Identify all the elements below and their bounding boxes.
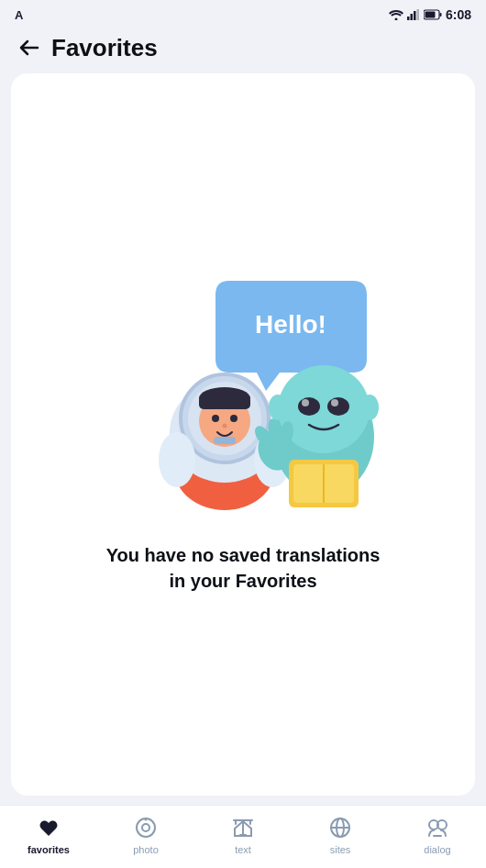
svg-rect-2 [410, 14, 413, 20]
svg-point-40 [145, 818, 148, 821]
svg-point-18 [223, 423, 227, 428]
svg-point-30 [360, 395, 379, 420]
back-arrow-icon [19, 39, 39, 56]
svg-point-17 [230, 415, 237, 422]
svg-rect-4 [416, 9, 419, 20]
dialog-icon [425, 815, 450, 840]
back-button[interactable] [15, 33, 44, 62]
nav-label-photo: photo [133, 844, 159, 855]
svg-point-0 [394, 18, 397, 21]
empty-state-message: You have no saved translations in your F… [96, 542, 390, 594]
svg-rect-19 [214, 437, 236, 444]
page-title: Favorites [51, 34, 158, 62]
battery-icon [424, 9, 442, 20]
status-time: 6:08 [446, 7, 471, 22]
nav-label-favorites: favorites [28, 844, 70, 855]
svg-point-28 [331, 399, 338, 406]
favorites-icon [36, 815, 61, 840]
svg-point-25 [298, 397, 320, 416]
svg-point-27 [302, 399, 309, 406]
svg-rect-15 [199, 395, 250, 409]
svg-rect-3 [414, 11, 416, 20]
status-right-icons: 6:08 [389, 7, 471, 22]
signal-icon [407, 9, 420, 20]
nav-label-dialog: dialog [424, 844, 450, 855]
main-content: Hello! [11, 73, 475, 796]
svg-point-39 [142, 824, 149, 831]
nav-item-favorites[interactable]: favorites [0, 815, 97, 855]
svg-point-26 [327, 397, 349, 416]
photo-icon [133, 815, 159, 840]
empty-state-illustration: Hello! [96, 276, 390, 515]
svg-rect-1 [407, 17, 410, 20]
nav-item-dialog[interactable]: dialog [389, 815, 486, 855]
nav-item-text[interactable]: text [194, 815, 292, 855]
svg-rect-6 [425, 12, 435, 18]
sites-icon [327, 815, 353, 840]
status-bar: A 6:08 [0, 0, 486, 26]
nav-label-text: text [235, 844, 251, 855]
svg-point-38 [137, 818, 155, 837]
wifi-icon [389, 9, 403, 20]
svg-text:Hello!: Hello! [255, 310, 326, 339]
svg-point-16 [212, 415, 219, 422]
nav-label-sites: sites [330, 844, 351, 855]
svg-point-21 [159, 432, 195, 487]
text-icon [230, 815, 256, 840]
bottom-nav: favorites photo text [0, 805, 486, 868]
svg-point-29 [269, 395, 287, 420]
svg-point-24 [278, 365, 370, 453]
status-app-icon: A [15, 8, 23, 22]
nav-item-photo[interactable]: photo [97, 815, 194, 855]
svg-rect-7 [439, 13, 441, 17]
header: Favorites [0, 26, 486, 73]
nav-item-sites[interactable]: sites [292, 815, 389, 855]
